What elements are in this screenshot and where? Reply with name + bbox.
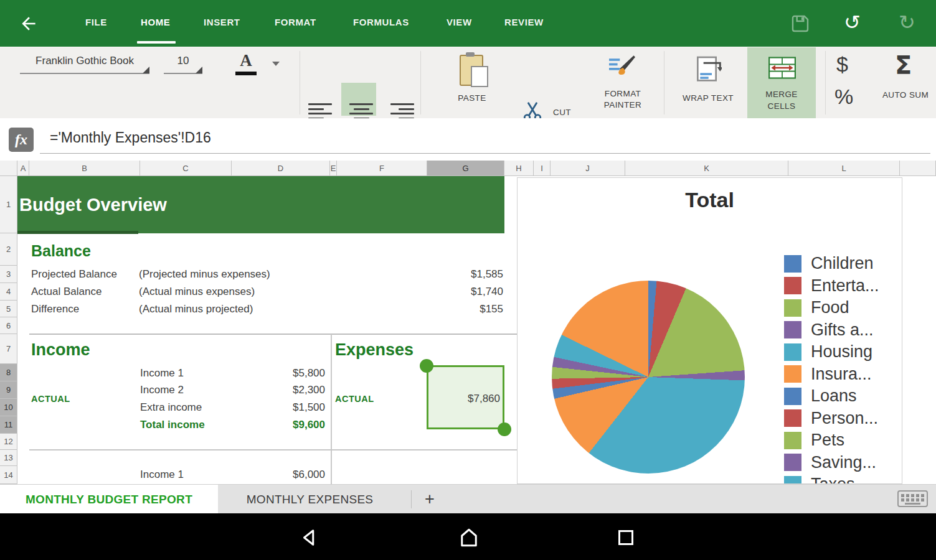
cell-income-label-0[interactable]: Income 1 <box>140 366 184 380</box>
column-header-g-selected[interactable]: G <box>427 161 504 176</box>
cell-income-total-value[interactable]: $9,600 <box>243 418 325 432</box>
sheet-tab-monthly-expenses[interactable]: MONTHLY EXPENSES <box>218 485 402 514</box>
selection-handle-bottom-right[interactable] <box>498 422 511 436</box>
cell-balance-value-1[interactable]: $1,740 <box>399 285 503 299</box>
add-sheet-button[interactable]: + <box>412 485 447 514</box>
paste-button[interactable]: PASTE <box>456 55 488 117</box>
column-header-j[interactable]: J <box>551 161 625 176</box>
row-header-2[interactable]: 2 <box>0 233 17 266</box>
cell-income-actual-label[interactable]: ACTUAL <box>31 392 70 406</box>
undo-icon[interactable]: ↺ <box>844 11 861 34</box>
save-icon[interactable] <box>790 14 810 34</box>
font-size-select[interactable]: 10 <box>164 55 202 74</box>
cell-income-total-label[interactable]: Total income <box>140 418 205 432</box>
cell-income-value-2[interactable]: $1,500 <box>243 401 325 414</box>
cell-expenses-actual-label[interactable]: ACTUAL <box>335 392 374 406</box>
select-all-corner[interactable] <box>0 161 17 176</box>
cell-balance-label-0[interactable]: Projected Balance <box>31 268 117 281</box>
legend-item: Saving... <box>784 452 902 474</box>
merge-cells-icon <box>768 56 796 80</box>
active-tab-underline <box>137 41 176 44</box>
column-header-c[interactable]: C <box>140 161 232 176</box>
ribbon-tab-view[interactable]: VIEW <box>447 0 472 44</box>
selection-handle-top-left[interactable] <box>420 359 433 373</box>
android-home-button[interactable] <box>458 526 480 549</box>
cell-income-value-0[interactable]: $5,800 <box>243 366 325 380</box>
cell-balance-label-1[interactable]: Actual Balance <box>31 285 102 299</box>
column-header-l[interactable]: L <box>788 161 900 176</box>
column-header-e[interactable]: E <box>330 161 337 176</box>
cell-income-label-1[interactable]: Income 2 <box>140 383 184 397</box>
row-header-13[interactable]: 13 <box>0 450 17 466</box>
font-name-select[interactable]: Franklin Gothic Book <box>20 55 149 74</box>
cell-row14-value[interactable]: $6,000 <box>243 468 325 482</box>
android-recents-button[interactable] <box>615 526 637 549</box>
ribbon-tab-review[interactable]: REVIEW <box>504 0 544 44</box>
auto-sum-button[interactable]: Σ AUTO SUM <box>875 51 936 116</box>
row-header-11-selected[interactable]: 11 <box>0 416 17 434</box>
cell-balance-desc-1[interactable]: (Actual minus expenses) <box>139 285 255 299</box>
cell-income-value-1[interactable]: $2,300 <box>243 383 325 397</box>
android-back-button[interactable] <box>298 526 320 549</box>
row-header-9-selected[interactable]: 9 <box>0 381 17 399</box>
row-header-4[interactable]: 4 <box>0 283 17 301</box>
cell-expenses-actual-value[interactable]: $7,860 <box>428 392 500 406</box>
cell-income-heading[interactable]: Income <box>31 338 90 361</box>
row-header-6[interactable]: 6 <box>0 317 17 334</box>
row-header-8-selected[interactable]: 8 <box>0 364 17 381</box>
ribbon-tab-insert[interactable]: INSERT <box>204 0 240 44</box>
row-header-5[interactable]: 5 <box>0 301 17 317</box>
column-header-i[interactable]: I <box>534 161 551 176</box>
keyboard-toggle-icon[interactable] <box>897 490 928 507</box>
pie-chart-object[interactable]: Total Children Enterta... Food Gifts a..… <box>517 177 902 484</box>
column-header-partial[interactable] <box>900 161 936 176</box>
ribbon-tab-formulas[interactable]: FORMULAS <box>353 0 409 44</box>
percent-format-button[interactable]: % <box>834 85 853 109</box>
column-header-k[interactable]: K <box>625 161 788 176</box>
merge-cells-button[interactable]: MERGE CELLS <box>747 56 816 116</box>
back-icon[interactable] <box>19 14 39 34</box>
section-divider-line <box>29 334 517 335</box>
wrap-text-button[interactable]: WRAP TEXT <box>683 56 733 116</box>
row-header-7[interactable]: 7 <box>0 334 17 364</box>
cell-balance-value-0[interactable]: $1,585 <box>399 268 503 281</box>
column-header-h[interactable]: H <box>504 161 534 176</box>
cell-balance-desc-0[interactable]: (Projected minus expenses) <box>139 268 270 281</box>
cell-banner-title[interactable]: Budget Overview <box>17 176 504 233</box>
row-header-14[interactable]: 14 <box>0 466 17 484</box>
column-header-f[interactable]: F <box>337 161 427 176</box>
ribbon-tab-home[interactable]: HOME <box>141 0 170 44</box>
fx-button[interactable]: fx <box>9 128 34 152</box>
cell-expenses-heading[interactable]: Expenses <box>335 338 414 361</box>
row-header-10-selected[interactable]: 10 <box>0 399 17 416</box>
column-header-d[interactable]: D <box>232 161 330 176</box>
format-painter-button[interactable]: FORMAT PAINTER <box>598 55 648 117</box>
android-navigation-bar <box>0 513 936 560</box>
sheet-tab-monthly-budget-report[interactable]: MONTHLY BUDGET REPORT <box>0 485 218 514</box>
column-header-b[interactable]: B <box>29 161 140 176</box>
align-left-button[interactable] <box>308 103 332 119</box>
formula-input[interactable]: ='Monthly Expenses'!D16 <box>50 129 211 146</box>
currency-format-button[interactable]: $ <box>836 52 848 77</box>
cell-balance-label-2[interactable]: Difference <box>31 302 79 316</box>
cell-balance-value-2[interactable]: $155 <box>399 302 503 316</box>
ribbon-tab-file[interactable]: FILE <box>85 0 107 44</box>
cell-balance-desc-2[interactable]: (Actual minus projected) <box>139 302 253 316</box>
font-color-button[interactable]: A <box>235 51 257 75</box>
ribbon-tab-format[interactable]: FORMAT <box>275 0 316 44</box>
align-center-button[interactable] <box>349 103 373 119</box>
legend-item: Insura... <box>784 363 902 386</box>
row-header-3[interactable]: 3 <box>0 266 17 283</box>
align-right-button[interactable] <box>390 103 414 119</box>
cell-row14-label[interactable]: Income 1 <box>140 468 184 482</box>
redo-icon[interactable]: ↻ <box>899 11 915 34</box>
legend-swatch <box>784 476 801 484</box>
font-name-underline <box>20 73 149 74</box>
cell-income-label-2[interactable]: Extra income <box>140 401 202 414</box>
column-header-a[interactable]: A <box>17 161 29 176</box>
cell-balance-heading[interactable]: Balance <box>31 240 91 261</box>
row-header-1[interactable]: 1 <box>0 176 17 233</box>
spreadsheet-grid: A B C D E F G H I J K L 1 2 3 4 5 6 7 8 … <box>0 161 936 484</box>
row-header-12[interactable]: 12 <box>0 434 17 450</box>
font-color-dropdown-icon[interactable] <box>272 62 280 66</box>
